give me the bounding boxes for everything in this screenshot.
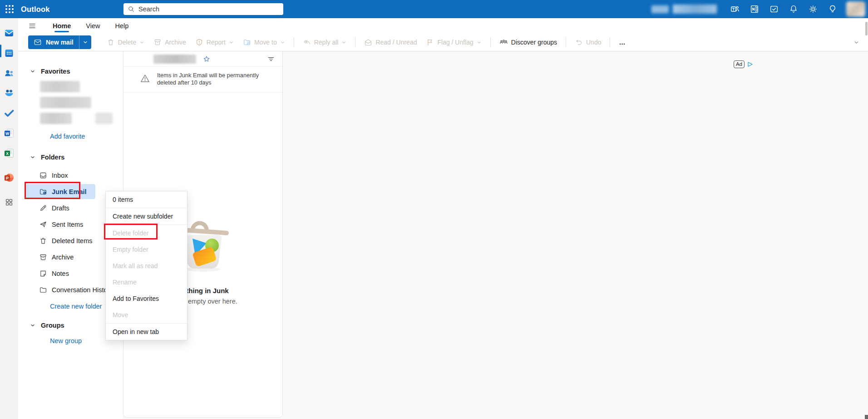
chevron-down-icon xyxy=(30,69,35,74)
delete-button[interactable]: Delete xyxy=(102,35,149,49)
rail-item-more-apps[interactable] xyxy=(2,195,16,209)
rail-item-excel[interactable]: X xyxy=(2,146,16,160)
menu-item-count: 0 items xyxy=(106,191,187,208)
todo-icon xyxy=(769,4,779,14)
menu-item-add-to-favorites[interactable]: Add to Favorites xyxy=(106,290,187,307)
collapse-folder-pane-button[interactable] xyxy=(26,20,39,32)
toolbar-divider xyxy=(610,37,610,47)
folder-context-menu: 0 items Create new subfolder Delete fold… xyxy=(105,191,187,340)
svg-text:P: P xyxy=(6,176,9,180)
apps-grid-icon xyxy=(4,197,14,207)
favorite-item-blurred[interactable] xyxy=(18,95,123,110)
powerpoint-icon: P xyxy=(3,172,15,184)
rail-item-groups[interactable] xyxy=(2,86,16,100)
inbox-icon xyxy=(39,171,47,180)
banner-text: Items in Junk Email will be permanently … xyxy=(157,72,273,86)
favorites-title: Favorites xyxy=(41,68,70,75)
flag-unflag-button[interactable]: Flag / Unflag xyxy=(421,35,486,49)
calendar-icon xyxy=(3,47,15,59)
favorite-star-button[interactable] xyxy=(202,55,211,63)
avatar[interactable] xyxy=(846,1,865,17)
read-unread-icon xyxy=(364,38,372,46)
rail-item-word[interactable]: W xyxy=(2,126,16,140)
move-to-button[interactable]: Move to xyxy=(238,35,290,49)
send-icon xyxy=(39,220,47,229)
folder-icon xyxy=(39,286,47,294)
new-mail-dropdown[interactable] xyxy=(79,35,91,49)
menu-item-create-new-subfolder[interactable]: Create new subfolder xyxy=(106,208,187,224)
read-unread-button[interactable]: Read / Unread xyxy=(360,35,421,49)
chevron-down-icon xyxy=(30,155,35,160)
rail-item-mail[interactable] xyxy=(2,26,16,40)
scrollbar-thumb[interactable] xyxy=(865,22,868,35)
filter-icon xyxy=(267,55,275,63)
more-options-button[interactable]: … xyxy=(614,35,630,49)
message-list-header xyxy=(123,51,282,67)
rail-item-powerpoint[interactable]: P xyxy=(2,171,16,185)
reading-pane: Ad xyxy=(283,51,868,419)
menu-item-delete-folder[interactable]: Delete folder xyxy=(106,225,187,241)
folder-label: Drafts xyxy=(52,205,69,212)
app-rail: W X P xyxy=(0,18,18,419)
groups-icon xyxy=(3,87,15,99)
settings-button[interactable] xyxy=(805,1,821,17)
folder-label: Sent Items xyxy=(52,221,83,228)
tab-home[interactable]: Home xyxy=(48,20,75,32)
menu-item-open-in-new-tab[interactable]: Open in new tab xyxy=(106,324,187,340)
junk-retention-banner: Items in Junk Email will be permanently … xyxy=(123,67,282,93)
new-mail-button[interactable]: New mail xyxy=(28,35,91,49)
folder-item-inbox[interactable]: Inbox xyxy=(18,167,123,184)
search-bar[interactable] xyxy=(123,3,283,15)
undo-button[interactable]: Undo xyxy=(570,35,606,49)
reply-all-icon xyxy=(303,38,311,46)
favorite-item-blurred[interactable] xyxy=(18,79,123,95)
menu-item-mark-all-as-read[interactable]: Mark all as read xyxy=(106,258,187,274)
chevron-down-icon xyxy=(477,40,482,45)
folders-title: Folders xyxy=(41,154,64,161)
onenote-button[interactable] xyxy=(747,1,762,17)
menu-item-move[interactable]: Move xyxy=(106,307,187,323)
folders-section-header[interactable]: Folders xyxy=(18,150,123,165)
new-mail-label: New mail xyxy=(46,39,74,46)
rail-item-calendar[interactable] xyxy=(2,46,16,60)
groups-title: Groups xyxy=(41,322,64,329)
search-input[interactable] xyxy=(138,5,279,13)
discover-groups-label: Discover groups xyxy=(511,39,557,46)
blurred-label xyxy=(40,113,72,124)
page-scrollbar[interactable] xyxy=(865,18,868,419)
note-icon xyxy=(39,269,47,278)
folder-label: Junk Email xyxy=(52,188,87,195)
tab-view[interactable]: View xyxy=(81,20,104,32)
report-button[interactable]: Report xyxy=(191,35,238,49)
onenote-icon xyxy=(750,4,760,14)
discover-groups-button[interactable]: Discover groups xyxy=(495,35,562,49)
rail-item-todo[interactable] xyxy=(2,106,16,120)
collapse-ribbon-button[interactable] xyxy=(850,36,863,48)
tips-button[interactable] xyxy=(825,1,840,17)
chevron-down-icon xyxy=(83,40,88,45)
tab-help[interactable]: Help xyxy=(110,20,133,32)
folder-label: Conversation History xyxy=(52,286,113,294)
read-unread-label: Read / Unread xyxy=(375,39,417,46)
app-launcher-button[interactable] xyxy=(0,0,19,18)
filter-button[interactable] xyxy=(267,55,275,63)
notifications-button[interactable] xyxy=(786,1,801,17)
blurred-folder-label xyxy=(153,55,196,64)
archive-button[interactable]: Archive xyxy=(149,35,191,49)
blurred-label xyxy=(40,81,80,92)
app-header: Outlook xyxy=(0,0,868,18)
flag-unflag-label: Flag / Unflag xyxy=(437,39,473,46)
reply-all-button[interactable]: Reply all xyxy=(298,35,351,49)
rail-item-people[interactable] xyxy=(2,66,16,80)
teams-button[interactable] xyxy=(727,1,743,17)
todo-button[interactable] xyxy=(766,1,782,17)
menu-item-empty-folder[interactable]: Empty folder xyxy=(106,241,187,258)
favorite-item-blurred[interactable] xyxy=(18,110,123,126)
menu-item-rename[interactable]: Rename xyxy=(106,274,187,290)
adchoices-icon[interactable] xyxy=(747,61,754,67)
favorites-section-header[interactable]: Favorites xyxy=(18,64,123,79)
todo-check-icon xyxy=(3,107,15,119)
add-favorite-link[interactable]: Add favorite xyxy=(18,128,123,145)
header-actions xyxy=(651,0,865,18)
new-mail-main[interactable]: New mail xyxy=(28,35,79,49)
